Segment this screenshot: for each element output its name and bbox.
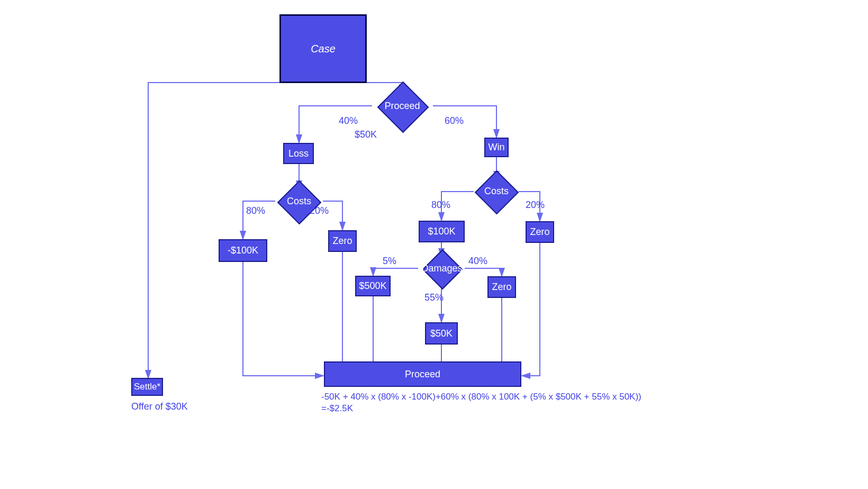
settle-label: Settle*	[134, 382, 160, 392]
zero-right-node: Zero	[526, 221, 554, 243]
costs-right-decision	[475, 170, 519, 214]
edge-50k-cost: $50K	[355, 129, 377, 140]
edge-80pct-loss: 80%	[246, 205, 265, 216]
edge-20pct-win: 20%	[526, 200, 545, 211]
edge-5pct: 5%	[383, 256, 396, 267]
damages-decision	[422, 249, 463, 289]
edge-80pct-win: 80%	[431, 200, 450, 211]
proceed-aggregate-node: Proceed	[324, 361, 521, 387]
loss-label: Loss	[288, 148, 309, 159]
zero-left-node: Zero	[328, 230, 357, 252]
neg-100k-label: -$100K	[228, 245, 258, 256]
case-node: Case	[279, 14, 367, 83]
d500k-label: $500K	[359, 280, 386, 292]
edge-40pct-dmg: 40%	[468, 256, 487, 267]
settle-node: Settle*	[131, 378, 163, 396]
formula-text: -50K + 40% x (80% x -100K)+60% x (80% x …	[321, 392, 641, 402]
case-label: Case	[311, 43, 336, 55]
costs-left-decision	[277, 180, 321, 224]
d50k-label: $50K	[430, 328, 453, 339]
pos-100k-label: $100K	[428, 226, 455, 237]
edge-20pct-loss: 20%	[310, 205, 329, 216]
zero-left-label: Zero	[332, 236, 352, 247]
win-node: Win	[484, 138, 509, 157]
result-text: =-$2.5K	[321, 403, 353, 414]
neg-100k-node: -$100K	[219, 239, 267, 262]
connector-lines	[0, 0, 868, 489]
pos-100k-node: $100K	[419, 221, 465, 242]
dzero-label: Zero	[492, 282, 511, 293]
d50k-node: $50K	[425, 322, 458, 345]
proceed-aggregate-label: Proceed	[405, 369, 440, 380]
dzero-node: Zero	[487, 276, 516, 298]
edge-40pct: 40%	[339, 115, 358, 126]
zero-right-label: Zero	[530, 227, 549, 238]
proceed-decision	[377, 82, 429, 133]
edge-60pct: 60%	[445, 115, 464, 126]
d500k-node: $500K	[355, 276, 391, 296]
loss-node: Loss	[283, 143, 314, 164]
settle-note: Offer of $30K	[131, 401, 188, 412]
edge-55pct: 55%	[424, 292, 444, 303]
win-label: Win	[489, 142, 505, 153]
